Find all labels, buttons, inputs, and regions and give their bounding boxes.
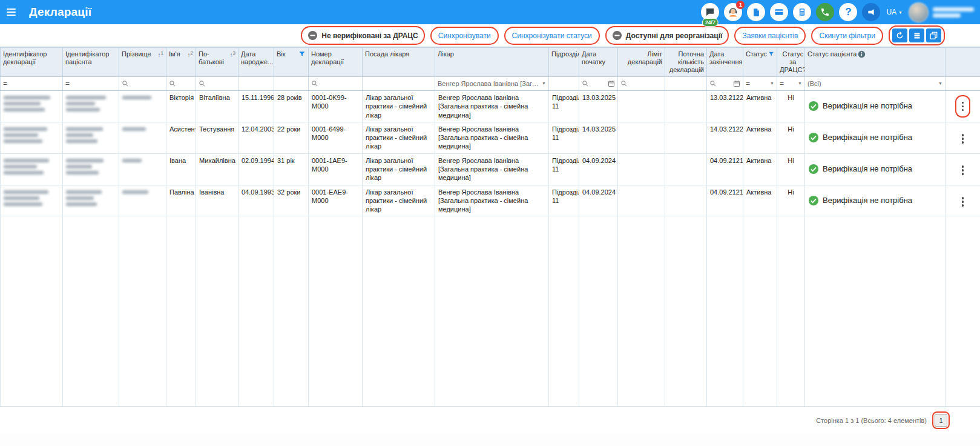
- filter-declaration-limit[interactable]: [618, 76, 665, 90]
- row-menu-button[interactable]: [958, 163, 968, 178]
- col-declaration-number[interactable]: Номер декларації: [309, 48, 363, 77]
- filter-id-patient[interactable]: =: [63, 76, 119, 90]
- calendar-icon[interactable]: [608, 80, 615, 87]
- col-unit[interactable]: Підрозділ: [549, 48, 579, 77]
- row-menu-button[interactable]: [958, 99, 968, 114]
- chevron-down-icon: ▼: [938, 81, 942, 85]
- cell-patronymic: Тестування: [196, 122, 238, 153]
- search-icon: [311, 80, 318, 87]
- minus-circle-icon: [612, 30, 622, 41]
- cell-id-declaration-redacted: [1, 185, 63, 216]
- menu-icon[interactable]: [5, 4, 21, 20]
- annotation-reorg: Доступні для реорганізації: [605, 26, 729, 45]
- announce-icon[interactable]: [862, 3, 880, 21]
- sort-asc-icon: ↑3: [230, 50, 235, 59]
- col-status[interactable]: Статус: [743, 48, 777, 77]
- filter-patient-status[interactable]: (Всі)▼: [805, 76, 945, 90]
- cell-unit: Підрозділ 11: [549, 122, 579, 153]
- col-end-date[interactable]: Дата закінчення: [707, 48, 743, 77]
- card-icon[interactable]: [770, 3, 788, 21]
- filter-birth-date[interactable]: [238, 76, 274, 90]
- cell-patronymic: Іванівна: [196, 185, 238, 216]
- col-id-patient[interactable]: Ідентифікатор пацієнта: [63, 48, 119, 77]
- search-icon: [199, 80, 206, 87]
- filter-icon[interactable]: [298, 50, 306, 58]
- cell-dracs-status: Ні: [777, 185, 805, 216]
- user-menu[interactable]: [909, 2, 974, 22]
- col-doctor[interactable]: Лікар: [435, 48, 549, 77]
- filter-dracs-status[interactable]: =▼: [777, 76, 805, 90]
- cell-age: 31 рік: [274, 153, 309, 185]
- check-circle-icon: [808, 132, 819, 143]
- help-icon[interactable]: ?: [839, 3, 857, 21]
- col-patient-status[interactable]: Статус пацієнта: [805, 48, 945, 77]
- col-current-count[interactable]: Поточна кількість декларацій: [665, 48, 707, 77]
- filter-unit[interactable]: [549, 76, 579, 90]
- row-menu-button[interactable]: [958, 195, 968, 209]
- cell-patronymic: Віталіївна: [196, 90, 238, 122]
- cell-age: 22 роки: [274, 122, 309, 153]
- col-id-declaration[interactable]: Ідентифікатор декларації: [1, 48, 63, 77]
- col-actions: [945, 48, 980, 77]
- cell-actions: [945, 122, 980, 153]
- col-age[interactable]: Вік: [274, 48, 309, 77]
- minus-circle-icon: [307, 30, 318, 41]
- support-icon[interactable]: 1: [724, 3, 742, 21]
- col-start-date[interactable]: Дата початку: [579, 48, 618, 77]
- available-for-reorg-toggle[interactable]: Доступні для реорганізації: [610, 28, 725, 43]
- header-row: Ідентифікатор декларації Ідентифікатор п…: [1, 48, 980, 77]
- row-menu-button[interactable]: [958, 131, 968, 146]
- cell-surname-redacted: [119, 153, 166, 185]
- col-dracs-status[interactable]: Статус за ДРАЦС?: [777, 48, 805, 77]
- cell-current-count: [665, 185, 707, 216]
- cell-declaration-number: 0001-6499-M000: [309, 122, 363, 153]
- phone-icon[interactable]: [816, 3, 834, 21]
- col-doctor-position[interactable]: Посада лікаря: [363, 48, 435, 77]
- filter-age[interactable]: [274, 76, 309, 90]
- col-patronymic[interactable]: По-батькові↑3: [196, 48, 238, 77]
- filter-surname[interactable]: [119, 76, 166, 90]
- filter-icon[interactable]: [768, 50, 774, 58]
- cell-declaration-limit: [618, 90, 665, 122]
- filter-current-count[interactable]: [665, 76, 707, 90]
- calendar-icon[interactable]: [733, 80, 740, 87]
- calculator-icon[interactable]: [793, 3, 811, 21]
- export-copy-button[interactable]: [926, 28, 941, 42]
- filter-declaration-number[interactable]: [309, 76, 363, 90]
- page-1-button[interactable]: 1: [935, 414, 947, 427]
- col-surname[interactable]: Прізвище↑1: [119, 48, 166, 77]
- cell-unit: Підрозділ 11: [549, 153, 579, 185]
- patient-requests-button[interactable]: Заявки пацієнтів: [738, 28, 801, 43]
- cell-id-declaration-redacted: [1, 90, 63, 122]
- cell-surname-redacted: [119, 90, 166, 122]
- filter-actions: [945, 76, 980, 90]
- info-icon[interactable]: [858, 50, 866, 58]
- filter-status[interactable]: =▼: [743, 76, 777, 90]
- col-declaration-limit[interactable]: Ліміт декларацій: [618, 48, 665, 77]
- sync-button[interactable]: Синхронізувати: [435, 28, 495, 43]
- cell-dracs-status: Ні: [777, 153, 805, 185]
- sync-statuses-button[interactable]: Синхронізувати статуси: [508, 28, 596, 43]
- reset-filters-button[interactable]: Скинути фільтри: [815, 28, 879, 43]
- column-chooser-button[interactable]: [909, 28, 924, 42]
- declarations-page: Декларації 24/7 1: [0, 0, 980, 446]
- col-birth-date[interactable]: Дата народже...: [238, 48, 274, 77]
- filter-first-name[interactable]: [166, 76, 196, 90]
- filter-end-date[interactable]: [707, 76, 743, 90]
- language-selector[interactable]: UA ▼: [886, 8, 903, 16]
- not-verified-dracs-toggle[interactable]: Не верифіковані за ДРАЦС: [305, 28, 421, 43]
- annotation-not-verified: Не верифіковані за ДРАЦС: [301, 26, 425, 45]
- search-icon: [709, 80, 717, 87]
- filter-patronymic[interactable]: [196, 76, 238, 90]
- filter-doctor[interactable]: Венгер Ярослава Іванівна [Загал...▼: [435, 76, 549, 90]
- cell-first-name: Асистент: [166, 122, 196, 153]
- pdf-icon[interactable]: [747, 3, 765, 21]
- cell-end-date: 14.03.2122: [707, 122, 743, 153]
- filter-doctor-position[interactable]: [363, 76, 435, 90]
- col-first-name[interactable]: Ім'я↑2: [166, 48, 196, 77]
- chat-icon[interactable]: 24/7: [701, 3, 719, 21]
- filter-start-date[interactable]: [579, 76, 618, 90]
- refresh-button[interactable]: [892, 28, 907, 42]
- filter-id-declaration[interactable]: =: [1, 76, 63, 90]
- search-icon: [122, 80, 129, 87]
